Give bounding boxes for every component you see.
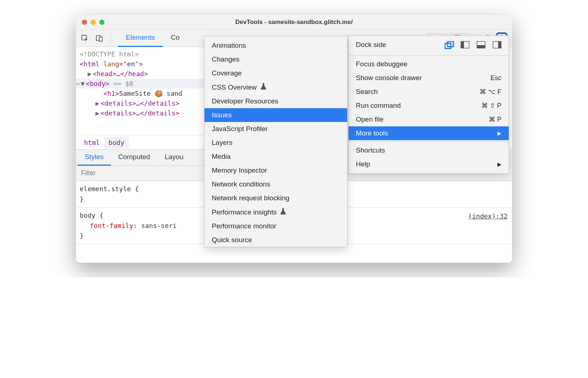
device-toggle-icon[interactable] — [93, 32, 106, 45]
menu-item-label: Changes — [212, 55, 239, 63]
subtab-styles[interactable]: Styles — [78, 150, 111, 166]
menu-item-label: Focus debuggee — [356, 60, 408, 68]
menu-item-label: Shortcuts — [356, 146, 385, 154]
svg-rect-2 — [99, 37, 102, 41]
dock-left-icon[interactable] — [461, 41, 469, 48]
crumb-html[interactable]: html — [80, 137, 104, 149]
menu-item-label: Network conditions — [212, 180, 270, 188]
submenu-item-coverage[interactable]: Coverage — [204, 66, 347, 80]
svg-rect-13 — [498, 41, 501, 48]
menu-item-label: CSS Overview — [212, 83, 257, 91]
menu-item-run-command[interactable]: Run command⌘ ⇧ P — [349, 99, 509, 113]
titlebar: DevTools - samesite-sandbox.glitch.me/ — [76, 15, 512, 29]
menu-item-label: JavaScript Profiler — [212, 125, 268, 133]
submenu-item-performance-insights[interactable]: Performance insights — [204, 205, 347, 219]
dock-right-icon[interactable] — [493, 41, 501, 48]
menu-item-shortcut: Esc — [490, 74, 501, 82]
menu-item-search[interactable]: Search⌘ ⌥ F — [349, 85, 509, 99]
menu-item-label: More tools — [356, 129, 388, 137]
menu-separator — [349, 55, 509, 56]
submenu-item-quick-source[interactable]: Quick source — [204, 233, 347, 247]
menu-item-label: Memory Inspector — [212, 166, 267, 174]
source-link[interactable]: (index):32 — [468, 211, 508, 221]
cookie-icon: 🍪 — [155, 88, 163, 98]
submenu-item-memory-inspector[interactable]: Memory Inspector — [204, 164, 347, 177]
close-window-icon[interactable] — [82, 20, 87, 25]
crumb-body[interactable]: body — [104, 137, 128, 149]
menu-item-label: Developer Resources — [212, 97, 278, 105]
dom-doctype: <!DOCTYPE html> — [80, 50, 139, 58]
subtab-computed[interactable]: Computed — [111, 150, 158, 166]
panel-tabs: Elements Co — [118, 29, 188, 47]
menu-item-label: Search — [356, 88, 378, 96]
menu-item-help[interactable]: Help▶ — [349, 157, 509, 171]
traffic-lights — [76, 20, 104, 25]
menu-item-label: Performance monitor — [212, 222, 276, 230]
dock-bottom-icon[interactable] — [477, 41, 485, 48]
menu-item-label: Quick source — [212, 236, 252, 244]
menu-item-label: Help — [356, 160, 370, 168]
menu-item-label: Open file — [356, 115, 384, 123]
menu-item-focus-debuggee[interactable]: Focus debuggee — [349, 57, 509, 71]
svg-rect-9 — [461, 41, 464, 48]
menu-item-label: Network request blocking — [212, 194, 289, 202]
menu-item-label: Issues — [212, 111, 232, 119]
main-menu: Dock side Focus debuggeeShow console dra… — [348, 35, 509, 174]
dock-undock-icon[interactable] — [445, 41, 453, 48]
submenu-item-developer-resources[interactable]: Developer Resources — [204, 94, 347, 108]
menu-item-label: Animations — [212, 42, 246, 50]
submenu-arrow-icon: ▶ — [497, 161, 501, 167]
submenu-item-changes[interactable]: Changes — [204, 52, 347, 66]
submenu-arrow-icon: ▶ — [497, 130, 501, 136]
window-title: DevTools - samesite-sandbox.glitch.me/ — [76, 19, 512, 26]
svg-rect-11 — [477, 45, 485, 48]
menu-item-label: Run command — [356, 102, 401, 110]
submenu-item-network-request-blocking[interactable]: Network request blocking — [204, 191, 347, 205]
beaker-icon — [261, 83, 266, 91]
menu-item-label: Layers — [212, 139, 233, 147]
maximize-window-icon[interactable] — [99, 20, 104, 25]
menu-item-shortcut: ⌘ ⇧ P — [481, 102, 501, 110]
menu-item-label: Performance insights — [212, 208, 277, 216]
submenu-item-network-conditions[interactable]: Network conditions — [204, 177, 347, 191]
submenu-item-issues[interactable]: Issues — [204, 108, 347, 122]
menu-item-shortcut: ⌘ P — [489, 115, 501, 123]
menu-item-show-console-drawer[interactable]: Show console drawerEsc — [349, 71, 509, 85]
menu-item-label: Show console drawer — [356, 74, 422, 82]
submenu-item-animations[interactable]: Animations — [204, 39, 347, 52]
submenu-item-performance-monitor[interactable]: Performance monitor — [204, 219, 347, 233]
dock-side-row: Dock side — [349, 36, 509, 54]
submenu-item-layers[interactable]: Layers — [204, 136, 347, 150]
minimize-window-icon[interactable] — [91, 20, 96, 25]
devtools-window: DevTools - samesite-sandbox.glitch.me/ E… — [76, 15, 512, 263]
submenu-item-media[interactable]: Media — [204, 150, 347, 164]
subtab-layout-partial[interactable]: Layou — [157, 150, 191, 166]
submenu-item-css-overview[interactable]: CSS Overview — [204, 80, 347, 94]
tab-console-partial[interactable]: Co — [163, 29, 187, 47]
toolbar-divider — [110, 34, 111, 43]
menu-item-label: Coverage — [212, 69, 242, 77]
menu-item-label: Media — [212, 153, 231, 161]
menu-separator — [349, 142, 509, 142]
inspect-element-icon[interactable] — [78, 32, 91, 45]
menu-item-shortcut: ⌘ ⌥ F — [480, 88, 501, 96]
menu-item-open-file[interactable]: Open file⌘ P — [349, 113, 509, 126]
beaker-icon — [280, 208, 286, 216]
menu-item-more-tools[interactable]: More tools▶ — [349, 126, 509, 140]
menu-item-shortcuts[interactable]: Shortcuts — [349, 143, 509, 157]
tab-elements[interactable]: Elements — [118, 29, 163, 47]
submenu-item-javascript-profiler[interactable]: JavaScript Profiler — [204, 122, 347, 136]
more-tools-submenu: AnimationsChangesCoverageCSS OverviewDev… — [204, 36, 347, 247]
